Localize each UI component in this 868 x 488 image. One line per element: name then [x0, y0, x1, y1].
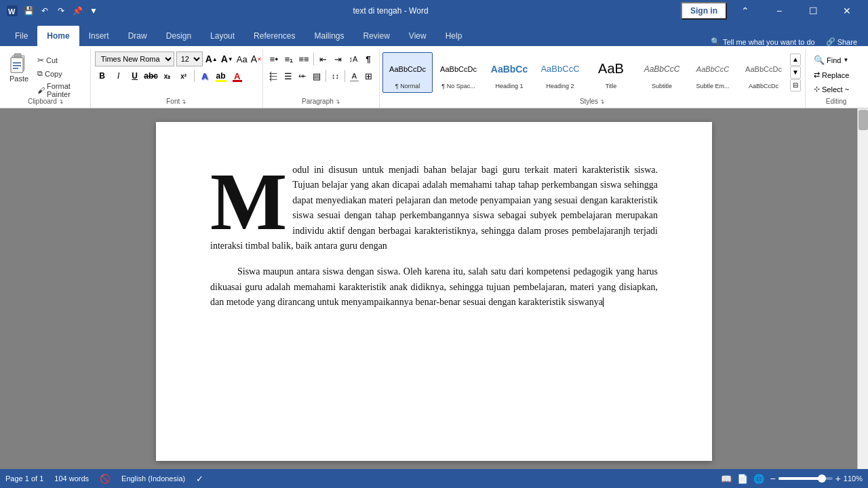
minimize-button[interactable]: −	[764, 0, 795, 22]
italic-button[interactable]: I	[111, 68, 126, 83]
clear-format-button[interactable]: A✕	[250, 52, 262, 66]
sign-in-button[interactable]: Sign in	[681, 2, 727, 20]
change-case-button[interactable]: Aa	[236, 52, 248, 66]
zoom-slider-track[interactable]	[778, 477, 833, 480]
tab-layout[interactable]: Layout	[201, 26, 244, 46]
tab-home[interactable]: Home	[37, 26, 79, 46]
styles-more-button[interactable]: ⊟	[790, 79, 801, 92]
page-info[interactable]: Page 1 of 1	[5, 474, 43, 483]
web-layout-button[interactable]: 🌐	[753, 474, 764, 484]
zoom-level[interactable]: 110%	[844, 474, 863, 483]
style-heading2[interactable]: AaBbCcC Heading 2	[535, 52, 585, 93]
tab-references[interactable]: References	[244, 26, 304, 46]
bullets-button[interactable]: ≡•	[267, 52, 281, 66]
format-painter-button[interactable]: 🖌 Format Painter	[35, 81, 87, 100]
paragraph-1[interactable]: M odul ini disusun untuk menjadi bahan b…	[210, 163, 658, 253]
multilevel-list-button[interactable]: ≡≡	[297, 52, 311, 66]
sort-button[interactable]: ↕A	[347, 52, 360, 66]
font-size-select[interactable]: 12	[176, 52, 203, 66]
align-center-button[interactable]: ☰	[281, 68, 294, 83]
paragraph-2-text[interactable]: Siswa maupun antara siswa dengan siswa. …	[210, 266, 658, 307]
autosave-button[interactable]: 📌	[71, 4, 84, 18]
para-dialog-launcher[interactable]: ↴	[335, 98, 340, 105]
bold-button[interactable]: B	[95, 68, 110, 83]
justify-button[interactable]: ▤	[310, 68, 323, 83]
vertical-scrollbar[interactable]	[857, 108, 868, 469]
subscript-button[interactable]: x₂	[160, 68, 175, 83]
zoom-out-button[interactable]: −	[770, 473, 775, 484]
font-color-button[interactable]: A	[230, 68, 245, 83]
styles-dialog-launcher[interactable]: ↴	[599, 98, 605, 105]
increase-indent-button[interactable]: ⇥	[332, 52, 345, 66]
highlight-color-button[interactable]: ab	[214, 68, 229, 83]
styles-scroll-buttons: ▲ ▼ ⊟	[789, 50, 802, 94]
document-page[interactable]: M odul ini disusun untuk menjadi bahan b…	[156, 122, 712, 461]
track-changes-icon: ✓	[196, 474, 203, 484]
save-button[interactable]: 💾	[22, 4, 35, 18]
paragraph-2[interactable]: Siswa maupun antara siswa dengan siswa. …	[210, 264, 658, 310]
align-right-button[interactable]: ⬰	[296, 68, 309, 83]
align-left-button[interactable]: ⬱	[267, 68, 280, 83]
status-bar: Page 1 of 1 104 words 🚫 English (Indones…	[0, 469, 868, 488]
style-subtle-em[interactable]: AaBbCcC Subtle Em...	[688, 52, 738, 93]
undo-button[interactable]: ↶	[38, 4, 52, 18]
show-formatting-button[interactable]: ¶	[361, 52, 375, 66]
font-name-select[interactable]: Times New Roma	[95, 52, 174, 66]
strikethrough-button[interactable]: abc	[144, 68, 159, 83]
cut-button[interactable]: ✂ Cut	[35, 54, 87, 66]
redo-button[interactable]: ↷	[54, 4, 68, 18]
superscript-button[interactable]: x²	[176, 68, 191, 83]
style-title[interactable]: AaB Title	[586, 52, 636, 93]
styles-scroll-up[interactable]: ▲	[790, 54, 801, 66]
style-normal[interactable]: AaBbCcDc ¶ Normal	[382, 52, 433, 93]
font-dialog-launcher[interactable]: ↴	[181, 98, 186, 105]
tab-draw[interactable]: Draw	[119, 26, 157, 46]
style-h2-text: AaBbCcC	[540, 64, 579, 74]
tab-review[interactable]: Review	[354, 26, 399, 46]
zoom-in-button[interactable]: +	[835, 473, 841, 484]
decrease-font-button[interactable]: A▼	[220, 52, 234, 66]
select-button[interactable]: ⊹ Select ~	[811, 83, 861, 96]
paste-button[interactable]: Paste	[4, 50, 34, 85]
style-no-space[interactable]: AaBbCcDc ¶ No Spac...	[433, 52, 484, 93]
numbering-button[interactable]: ≡₁	[282, 52, 296, 66]
copy-button[interactable]: ⧉ Copy	[35, 68, 87, 79]
borders-button[interactable]: ⊞	[362, 68, 375, 83]
increase-font-button[interactable]: A▲	[205, 52, 218, 66]
shading-button[interactable]: A	[348, 68, 361, 83]
styles-scroll-down[interactable]: ▼	[790, 66, 801, 79]
dialog-launcher-icon[interactable]: ↴	[58, 98, 64, 105]
zoom-controls[interactable]: − + 110%	[770, 473, 863, 484]
language-display[interactable]: English (Indonesia)	[121, 474, 185, 483]
tell-me-input[interactable]: 🔍 Tell me what you want to do	[705, 37, 821, 46]
line-spacing-button[interactable]: ↕↕	[329, 68, 342, 83]
share-button[interactable]: 🔗 Share	[821, 37, 863, 46]
style-more[interactable]: AaBbCcDc AaBbCcDc	[738, 52, 789, 93]
print-layout-button[interactable]: 📄	[737, 474, 748, 484]
read-mode-button[interactable]: 📖	[721, 474, 732, 484]
replace-button[interactable]: ⇄ Replace	[811, 68, 861, 81]
tab-mailings[interactable]: Mailings	[304, 26, 353, 46]
style-heading1[interactable]: AaBbCc Heading 1	[484, 52, 534, 93]
decrease-indent-button[interactable]: ⇤	[317, 52, 330, 66]
paste-icon	[8, 53, 30, 75]
tab-help[interactable]: Help	[436, 26, 472, 46]
maximize-button[interactable]: ☐	[797, 0, 829, 22]
scrollbar-thumb[interactable]	[859, 110, 868, 130]
document-area[interactable]: M odul ini disusun untuk menjadi bahan b…	[0, 108, 868, 469]
customize-qat-button[interactable]: ▼	[87, 4, 100, 18]
style-subtitle[interactable]: AaBbCcC Subtitle	[637, 52, 687, 93]
tab-view[interactable]: View	[399, 26, 436, 46]
underline-button[interactable]: U	[127, 68, 142, 83]
clipboard-group-content: Paste ✂ Cut ⧉ Copy 🖌 Format Painter	[4, 49, 87, 94]
svg-text:W: W	[8, 7, 16, 16]
tab-insert[interactable]: Insert	[79, 26, 119, 46]
close-button[interactable]: ✕	[831, 0, 863, 22]
zoom-slider-thumb[interactable]	[818, 474, 826, 483]
ribbon-display-button[interactable]: ⌃	[730, 0, 761, 22]
text-effects-button[interactable]: A	[197, 68, 212, 83]
tab-design[interactable]: Design	[157, 26, 201, 46]
word-count[interactable]: 104 words	[54, 474, 89, 483]
find-button[interactable]: 🔍 Find ▼	[811, 53, 861, 67]
tab-file[interactable]: File	[5, 26, 37, 46]
